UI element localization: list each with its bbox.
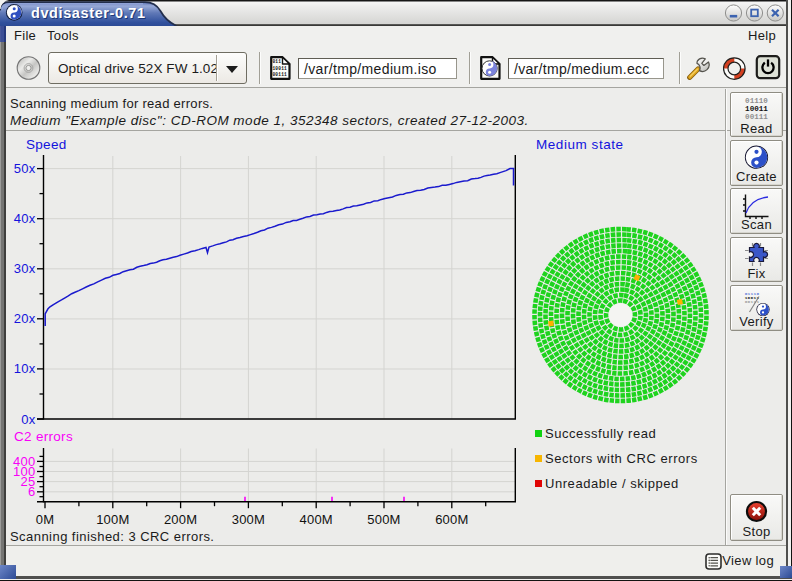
svg-text:Medium state: Medium state [536,137,624,152]
svg-text:Speed: Speed [26,137,67,152]
svg-text:Read: Read [740,121,772,136]
svg-text:200M: 200M [164,512,197,527]
svg-text:40x: 40x [14,211,36,226]
svg-text:50x: 50x [14,161,36,176]
svg-text:0M: 0M [36,512,54,527]
svg-text:6: 6 [28,484,36,499]
svg-text:100M: 100M [96,512,129,527]
svg-text:C2 errors: C2 errors [14,429,73,444]
svg-text:100: 100 [13,464,36,479]
svg-text:500M: 500M [367,512,400,527]
svg-text:Create: Create [736,169,777,184]
svg-text:400M: 400M [300,512,333,527]
svg-text:dvdisaster-0.71: dvdisaster-0.71 [31,5,146,21]
svg-text:Scan: Scan [741,217,772,232]
svg-text:0x: 0x [21,412,36,427]
svg-text:30x: 30x [14,261,36,276]
svg-text:01110: 01110 [745,97,768,105]
svg-text:20x: 20x [14,311,36,326]
svg-text:25: 25 [20,474,35,489]
svg-text:Stop: Stop [743,523,771,538]
svg-text:300M: 300M [232,512,265,527]
svg-text:600M: 600M [435,512,468,527]
svg-text:Sectors with CRC errors: Sectors with CRC errors [545,451,698,466]
svg-text:400: 400 [13,454,36,469]
svg-text:00111: 00111 [272,71,287,78]
svg-text:Unreadable / skipped: Unreadable / skipped [545,476,679,491]
svg-text:Verify: Verify [739,314,774,329]
svg-text:10011: 10011 [745,105,768,113]
svg-text:10x: 10x [14,361,36,376]
svg-text:Fix: Fix [747,265,765,280]
svg-text:Successfully read: Successfully read [545,426,656,441]
